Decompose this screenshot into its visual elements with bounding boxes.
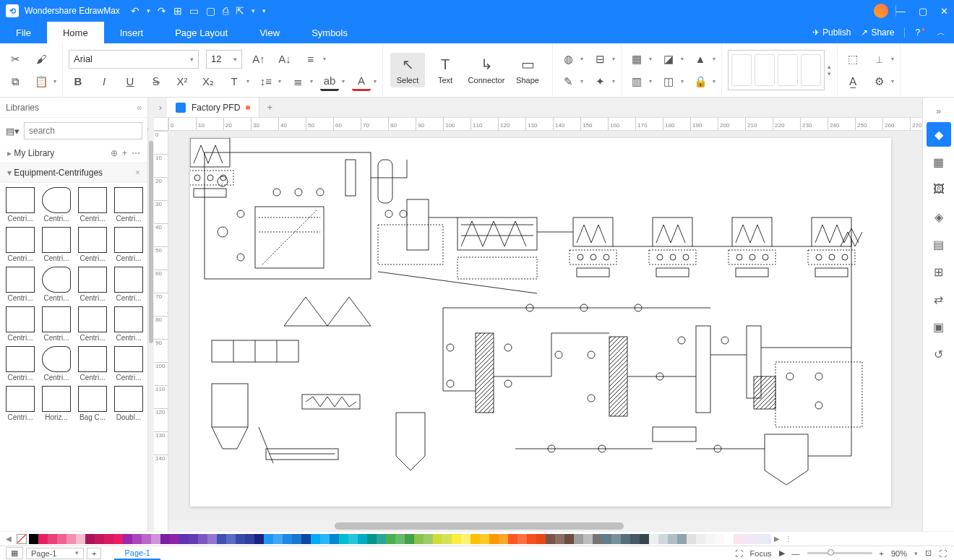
grid-icon[interactable]: ▦ <box>927 150 951 174</box>
color-swatch[interactable] <box>66 534 76 544</box>
color-swatch[interactable] <box>85 534 95 544</box>
color-swatch[interactable] <box>517 534 527 544</box>
no-fill-swatch[interactable] <box>17 534 27 544</box>
shuffle-icon[interactable]: ⇄ <box>927 287 951 311</box>
color-swatch[interactable] <box>762 534 771 544</box>
plus-lib-icon[interactable]: + <box>122 148 127 158</box>
color-swatch[interactable] <box>508 534 517 544</box>
color-swatch[interactable] <box>715 534 724 544</box>
text-case-icon[interactable]: T <box>225 72 244 91</box>
collapse-library-icon[interactable]: « <box>137 103 142 113</box>
palette-next-icon[interactable]: ▶ <box>771 535 783 543</box>
color-swatch[interactable] <box>687 534 696 544</box>
publish-button[interactable]: ✈Publish <box>812 27 851 38</box>
bold-icon[interactable]: B <box>69 72 87 91</box>
color-swatch[interactable] <box>489 534 499 544</box>
palette-menu-icon[interactable]: ⋮ <box>783 535 794 543</box>
font-size-combo[interactable]: 12▾ <box>206 50 242 69</box>
shape-item[interactable]: Centri... <box>39 305 74 343</box>
shape-item[interactable]: Centri... <box>3 384 38 423</box>
shape-item[interactable]: Centri... <box>111 345 146 383</box>
color-swatch[interactable] <box>198 534 207 544</box>
color-swatch[interactable] <box>414 534 424 544</box>
horizontal-scrollbar[interactable] <box>168 521 922 531</box>
lib-more-icon[interactable]: ⋯ <box>132 148 140 158</box>
group-icon[interactable]: ▦ <box>627 50 646 69</box>
fill-icon[interactable]: ◍ <box>559 50 577 69</box>
focus-target-icon[interactable]: ⛶ <box>735 549 743 558</box>
save-icon[interactable]: ▢ <box>206 5 215 17</box>
italic-icon[interactable]: I <box>95 72 113 91</box>
close-category-icon[interactable]: × <box>135 168 140 178</box>
color-swatch[interactable] <box>546 534 555 544</box>
color-swatch[interactable] <box>696 534 705 544</box>
size-icon[interactable]: ⬚ <box>843 50 862 69</box>
color-swatch[interactable] <box>348 534 358 544</box>
layout-icon[interactable]: ⊞ <box>927 259 951 284</box>
preset-down[interactable]: ▾ <box>828 70 831 77</box>
share-button[interactable]: ↗Share <box>861 27 894 38</box>
layers-icon[interactable]: ◈ <box>927 204 951 229</box>
close-icon[interactable]: ✕ <box>940 6 948 17</box>
shape-tool[interactable]: ▭Shape <box>510 53 545 87</box>
color-swatch[interactable] <box>160 534 170 544</box>
shape-item[interactable]: Centri... <box>3 305 38 343</box>
shape-item[interactable]: Centri... <box>39 345 74 383</box>
color-swatch[interactable] <box>330 534 339 544</box>
maximize-icon[interactable]: ▢ <box>919 6 927 17</box>
bring-front-icon[interactable]: ◪ <box>659 50 678 69</box>
underline-icon[interactable]: U <box>121 72 139 91</box>
color-swatch[interactable] <box>442 534 452 544</box>
color-swatch[interactable] <box>264 534 273 544</box>
canvas[interactable] <box>168 131 922 521</box>
tab-view[interactable]: View <box>244 22 296 43</box>
align-text-icon[interactable]: ≡ <box>301 50 320 69</box>
color-swatch[interactable] <box>151 534 160 544</box>
color-swatch[interactable] <box>76 534 85 544</box>
color-swatch[interactable] <box>386 534 395 544</box>
shape-item[interactable]: Centri... <box>111 305 146 343</box>
color-swatch[interactable] <box>292 534 301 544</box>
tab-file[interactable]: File <box>0 22 47 43</box>
shape-item[interactable]: Centri... <box>3 186 38 224</box>
color-swatch[interactable] <box>433 534 442 544</box>
decrease-font-icon[interactable]: A↓ <box>275 50 294 69</box>
color-swatch[interactable] <box>367 534 377 544</box>
color-swatch[interactable] <box>405 534 414 544</box>
tabs-collapse-icon[interactable]: › <box>154 98 167 117</box>
library-menu-icon[interactable]: ▤▾ <box>6 126 20 137</box>
palette-prev-icon[interactable]: ◀ <box>3 535 14 543</box>
color-swatch[interactable] <box>48 534 57 544</box>
undo-icon[interactable]: ↶ <box>131 5 139 17</box>
color-swatch[interactable] <box>602 534 611 544</box>
lock-icon[interactable]: 🔒 <box>691 72 710 91</box>
font-color-icon[interactable]: A <box>352 72 371 91</box>
color-swatch[interactable] <box>668 534 677 544</box>
undo-dropdown-icon[interactable]: ▾ <box>147 7 150 14</box>
page-grid-icon[interactable]: ▦ <box>6 547 23 559</box>
color-swatch[interactable] <box>38 534 48 544</box>
preset-3[interactable] <box>778 54 798 86</box>
line-spacing-icon[interactable]: ↕≡ <box>257 72 275 91</box>
connector-tool[interactable]: ↳Connector <box>465 53 507 87</box>
shape-item[interactable]: Horiz... <box>39 384 74 423</box>
color-swatch[interactable] <box>640 534 649 544</box>
color-swatch[interactable] <box>677 534 687 544</box>
color-swatch[interactable] <box>339 534 348 544</box>
preset-1[interactable] <box>731 54 752 86</box>
select-tool[interactable]: ↖Select <box>390 53 425 87</box>
tab-insert[interactable]: Insert <box>104 22 160 43</box>
shape-item[interactable]: Centri... <box>3 225 38 264</box>
paste-icon[interactable]: 📋 <box>32 72 51 91</box>
paste-dropdown[interactable]: ▾ <box>53 78 56 85</box>
preset-up[interactable]: ▴ <box>828 63 831 70</box>
color-swatch[interactable] <box>705 534 715 544</box>
color-swatch[interactable] <box>527 534 536 544</box>
crop-icon[interactable]: ⟂ <box>869 50 888 69</box>
distribute-icon[interactable]: ✦ <box>590 72 609 91</box>
zoom-out-icon[interactable]: — <box>792 549 800 558</box>
color-swatch[interactable] <box>461 534 470 544</box>
color-swatch[interactable] <box>611 534 621 544</box>
zoom-slider[interactable] <box>807 552 872 554</box>
color-swatch[interactable] <box>658 534 668 544</box>
